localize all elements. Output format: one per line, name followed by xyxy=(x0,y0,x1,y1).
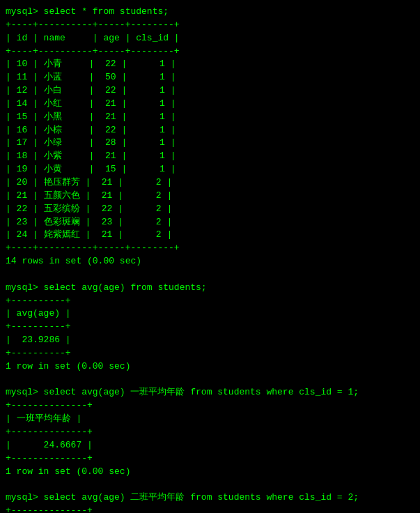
table-row: | 22 | 五彩缤纷 | 22 | 2 | xyxy=(6,203,414,216)
table-row: | 17 | 小绿 | 28 | 1 | xyxy=(6,137,414,150)
table3-rows: | 24.6667 | xyxy=(6,439,414,452)
query3-line: mysql> select avg(age) 一班平均年龄 from stude… xyxy=(6,386,414,399)
table3-rowcount: 1 row in set (0.00 sec) xyxy=(6,466,414,479)
table-row: | 10 | 小青 | 22 | 1 | xyxy=(6,58,414,71)
table-row: | 19 | 小黄 | 15 | 1 | xyxy=(6,163,414,176)
table3-header: | 一班平均年龄 | xyxy=(6,413,414,426)
table2-sep-bot: +----------+ xyxy=(6,347,414,360)
query2-line: mysql> select avg(age) from students; xyxy=(6,282,414,295)
query1-line: mysql> select * from students; xyxy=(6,6,414,19)
table4-sep-top: +--------------+ xyxy=(6,505,414,513)
table-row: | 23 | 色彩斑斓 | 23 | 2 | xyxy=(6,216,414,229)
table2-header: | avg(age) | xyxy=(6,307,414,321)
query4-line: mysql> select avg(age) 二班平均年龄 from stude… xyxy=(6,491,414,505)
table3-sep-bot: +--------------+ xyxy=(6,452,414,466)
table2-rows: | 23.9286 | xyxy=(6,334,414,347)
table-row: | 18 | 小紫 | 21 | 1 | xyxy=(6,150,414,163)
table1-sep-top: +----+----------+-----+--------+ xyxy=(6,19,414,32)
table3-sep-mid: +--------------+ xyxy=(6,426,414,439)
table2-sep-top: +----------+ xyxy=(6,295,414,308)
table1-sep-bot: +----+----------+-----+--------+ xyxy=(6,242,414,255)
table-row: | 11 | 小蓝 | 50 | 1 | xyxy=(6,71,414,84)
table2-sep-mid: +----------+ xyxy=(6,321,414,334)
table-row: | 21 | 五颜六色 | 21 | 2 | xyxy=(6,190,414,203)
table-row: | 14 | 小红 | 21 | 1 | xyxy=(6,98,414,111)
table-row: | 12 | 小白 | 22 | 1 | xyxy=(6,84,414,98)
table-row: | 23.9286 | xyxy=(6,334,414,347)
terminal: mysql> select * from students; +----+---… xyxy=(6,6,414,513)
table-row: | 20 | 艳压群芳 | 21 | 2 | xyxy=(6,176,414,190)
table1-rows: | 10 | 小青 | 22 | 1 || 11 | 小蓝 | 50 | 1 |… xyxy=(6,58,414,242)
table2-rowcount: 1 row in set (0.00 sec) xyxy=(6,360,414,374)
table-row: | 15 | 小黑 | 21 | 1 | xyxy=(6,111,414,124)
table1-sep-mid: +----+----------+-----+--------+ xyxy=(6,45,414,59)
table1-header: | id | name | age | cls_id | xyxy=(6,32,414,45)
table-row: | 24 | 姹紫嫣红 | 21 | 2 | xyxy=(6,229,414,242)
table-row: | 24.6667 | xyxy=(6,439,414,452)
table-row: | 16 | 小棕 | 22 | 1 | xyxy=(6,124,414,137)
table3-sep-top: +--------------+ xyxy=(6,399,414,413)
table1-rowcount: 14 rows in set (0.00 sec) xyxy=(6,255,414,268)
